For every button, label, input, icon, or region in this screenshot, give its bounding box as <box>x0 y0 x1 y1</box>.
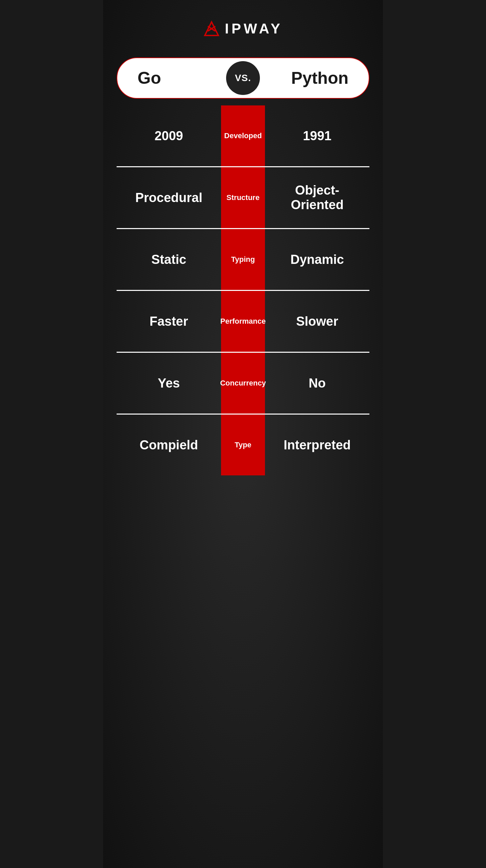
divider-line-4 <box>117 352 369 353</box>
logo-text: IPWAY <box>225 21 283 37</box>
divider-line-5 <box>117 414 369 415</box>
comparison-row-concurrency: Yes Concurrency No <box>117 353 369 414</box>
comparison-row-type: Compield Type Interpreted <box>117 415 369 475</box>
structure-left: Procedural <box>117 180 221 215</box>
developed-category: Developed <box>224 131 262 141</box>
performance-category: Performance <box>220 317 266 326</box>
typing-center: Typing <box>221 248 265 271</box>
divider-3 <box>117 290 369 291</box>
typing-left: Static <box>117 242 221 277</box>
structure-go-value: Procedural <box>135 191 202 205</box>
typing-python-value: Dynamic <box>290 252 344 267</box>
typing-right: Dynamic <box>265 242 369 277</box>
type-left: Compield <box>117 428 221 463</box>
divider-5 <box>117 414 369 415</box>
developed-right: 1991 <box>265 119 369 153</box>
structure-category: Structure <box>226 193 260 203</box>
comparison-table: 2009 Developed 1991 Procedural Structure… <box>117 105 369 475</box>
type-go-value: Compield <box>140 438 198 452</box>
logo-icon <box>203 20 220 37</box>
comparison-row-typing: Static Typing Dynamic <box>117 229 369 290</box>
developed-center: Developed <box>221 124 265 148</box>
type-category: Type <box>235 440 251 450</box>
divider-line-3 <box>117 290 369 291</box>
concurrency-right: No <box>265 366 369 401</box>
performance-center: Performance <box>221 310 265 333</box>
structure-center: Structure <box>221 186 265 209</box>
right-language-label: Python <box>291 68 348 88</box>
divider-1 <box>117 166 369 167</box>
developed-python-value: 1991 <box>303 129 332 143</box>
vs-card: Go VS. Python <box>117 57 369 99</box>
divider-line-2 <box>117 228 369 229</box>
divider-4 <box>117 352 369 353</box>
structure-right: Object-Oriented <box>265 173 369 222</box>
developed-left: 2009 <box>117 119 221 153</box>
concurrency-python-value: No <box>309 376 326 391</box>
concurrency-category: Concurrency <box>220 378 266 388</box>
divider-line-1 <box>117 166 369 167</box>
performance-right: Slower <box>265 304 369 339</box>
concurrency-left: Yes <box>117 366 221 401</box>
left-language-label: Go <box>138 68 161 88</box>
comparison-row-structure: Procedural Structure Object-Oriented <box>117 167 369 228</box>
performance-go-value: Faster <box>149 314 188 329</box>
concurrency-center: Concurrency <box>221 372 265 395</box>
comparison-row-developed: 2009 Developed 1991 <box>117 105 369 166</box>
typing-go-value: Static <box>151 252 186 267</box>
vs-text: VS. <box>235 73 251 83</box>
developed-go-value: 2009 <box>154 129 183 143</box>
vs-circle: VS. <box>226 61 260 95</box>
type-center: Type <box>221 433 265 457</box>
page-wrapper: IPWAY Go VS. Python 2009 Developed 1991 <box>103 0 383 868</box>
type-python-value: Interpreted <box>284 438 350 452</box>
logo-area: IPWAY <box>203 20 283 37</box>
divider-2 <box>117 228 369 229</box>
structure-python-value: Object-Oriented <box>272 183 363 212</box>
concurrency-go-value: Yes <box>158 376 180 391</box>
comparison-row-performance: Faster Performance Slower <box>117 291 369 352</box>
performance-python-value: Slower <box>296 314 338 329</box>
typing-category: Typing <box>231 255 255 265</box>
performance-left: Faster <box>117 304 221 339</box>
type-right: Interpreted <box>265 428 369 463</box>
